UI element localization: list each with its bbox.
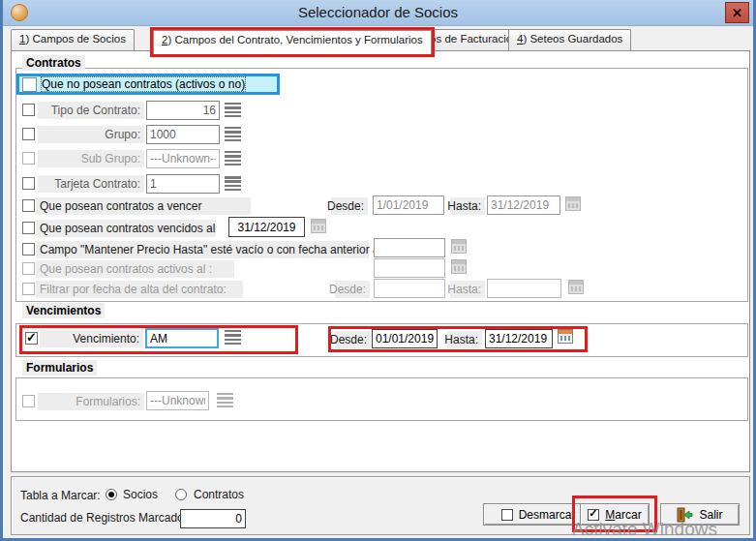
- window-title: Seleccionador de Socios: [3, 4, 753, 20]
- radio-socios[interactable]: [106, 489, 117, 500]
- tab2-label: ) Campos del Contrato, Vencimientos y Fo…: [167, 34, 422, 45]
- input-formularios[interactable]: [146, 391, 209, 410]
- list-picker-icon-sub-grupo[interactable]: [225, 151, 241, 166]
- checkbox-contratos-a-vencer[interactable]: [22, 199, 35, 212]
- input-tipo-contrato[interactable]: [146, 101, 220, 120]
- label-que-no-posean: Que no posean contratos (activos o no): [42, 77, 245, 91]
- label-tarjeta-contrato: Tarjeta Contrato:: [38, 175, 144, 193]
- annotation-box-tab-contrato: 2) Campos del Contrato, Vencimientos y F…: [150, 27, 435, 57]
- label-hasta-vencimiento: Hasta:: [447, 331, 482, 348]
- calendar-icon-a-vencer[interactable]: [565, 196, 581, 211]
- label-filtrar-fecha-alta: Filtrar por fecha de alta del contrato:: [36, 281, 243, 298]
- label-hasta-filtrar: Hasta:: [450, 281, 485, 298]
- input-cantidad-registros[interactable]: [180, 509, 246, 528]
- input-vencimiento[interactable]: [145, 328, 219, 348]
- input-sub-grupo[interactable]: [146, 149, 220, 168]
- calendar-icon-mantener[interactable]: [451, 239, 467, 254]
- unchecked-box-icon: [501, 509, 513, 521]
- input-grupo[interactable]: [146, 125, 220, 144]
- calendar-icon-filtrar[interactable]: [568, 280, 584, 294]
- checkbox-formularios[interactable]: [22, 395, 35, 407]
- calendar-icon-vencidos[interactable]: [311, 219, 326, 233]
- dialog-seleccionador-de-socios: Seleccionador de Socios ✕ 1) Campos de S…: [0, 0, 756, 541]
- input-desde-a-vencer[interactable]: [373, 195, 444, 215]
- label-radio-contratos: Contratos: [194, 488, 244, 501]
- label-desde-filtrar: Desde:: [335, 281, 370, 298]
- tab-seteos-guardados[interactable]: 4) Seteos Guardados: [508, 29, 631, 50]
- list-picker-icon-grupo[interactable]: [225, 127, 241, 142]
- checkbox-tipo-contrato[interactable]: [22, 104, 35, 116]
- section-header-vencimientos: Vencimientos: [22, 303, 105, 318]
- checkbox-que-no-posean[interactable]: [22, 77, 37, 92]
- checkbox-contratos-activos[interactable]: [22, 262, 35, 275]
- tab-campos-del-contrato[interactable]: 2) Campos del Contrato, Vencimientos y F…: [153, 30, 432, 54]
- radio-contratos[interactable]: [175, 489, 187, 500]
- label-hasta-a-vencer: Hasta:: [450, 197, 485, 215]
- close-icon[interactable]: ✕: [725, 2, 749, 23]
- section-header-formularios: Formularios: [22, 360, 97, 376]
- input-contratos-activos[interactable]: [374, 258, 445, 278]
- label-tabla-a-marcar: Tabla a Marcar:: [20, 489, 101, 502]
- label-contratos-a-vencer: Que posean contratos a vencer: [36, 197, 251, 215]
- label-vencimiento: Vencimiento:: [40, 330, 143, 347]
- label-tipo-contrato: Tipo de Contrato:: [38, 102, 144, 119]
- label-formularios: Formularios:: [38, 393, 144, 410]
- tab4-label: ) Seteos Guardados: [523, 33, 622, 45]
- label-desde-a-vencer: Desde:: [331, 197, 368, 215]
- checkbox-filtrar-fecha-alta[interactable]: [22, 283, 35, 295]
- input-vencidos-al[interactable]: [228, 217, 305, 237]
- label-contratos-vencidos: Que posean contratos vencidos al: [36, 220, 216, 237]
- calendar-icon-vencimiento[interactable]: [558, 329, 573, 344]
- input-hasta-filtrar[interactable]: [487, 279, 561, 298]
- label-radio-socios: Socios: [123, 488, 158, 501]
- list-picker-icon-tipo[interactable]: [225, 103, 241, 118]
- label-mantener-precio: Campo "Mantener Precio Hasta" esté vacío…: [36, 241, 369, 258]
- activate-windows-watermark: Activate Windows: [572, 519, 717, 540]
- checkbox-mantener-precio[interactable]: [22, 243, 35, 255]
- label-grupo: Grupo:: [38, 126, 144, 143]
- list-picker-icon-formularios[interactable]: [217, 393, 233, 408]
- input-desde-filtrar[interactable]: [374, 279, 445, 298]
- calendar-icon-activos[interactable]: [451, 259, 467, 274]
- tab1-label: ) Campos de Socios: [25, 33, 126, 45]
- input-mantener-precio[interactable]: [374, 238, 445, 257]
- label-sub-grupo: Sub Grupo:: [38, 150, 144, 167]
- label-cantidad-registros: Cantidad de Registros Marcados: [20, 511, 190, 525]
- list-picker-icon-tarjeta[interactable]: [225, 176, 241, 192]
- checkbox-vencimiento[interactable]: [25, 332, 38, 345]
- desmarcar-button-label: Desmarcar: [519, 508, 576, 522]
- title-bar: Seleccionador de Socios: [3, 0, 753, 26]
- label-contratos-activos: Que posean contratos activos al :: [36, 260, 234, 278]
- tab-campos-de-socios[interactable]: 1) Campos de Socios: [11, 29, 135, 50]
- list-picker-icon-vencimiento[interactable]: [225, 330, 241, 346]
- row-que-no-posean-contratos[interactable]: Que no posean contratos (activos o no): [16, 74, 280, 95]
- input-desde-vencimiento[interactable]: [372, 329, 438, 348]
- input-hasta-vencimiento[interactable]: [485, 329, 553, 348]
- checkbox-tarjeta-contrato[interactable]: [22, 177, 35, 190]
- checkbox-grupo[interactable]: [22, 128, 35, 140]
- input-hasta-a-vencer[interactable]: [487, 195, 560, 215]
- label-desde-vencimiento: Desde:: [335, 331, 371, 348]
- checkbox-contratos-vencidos[interactable]: [22, 222, 35, 234]
- section-header-contratos: Contratos: [22, 55, 85, 71]
- input-tarjeta-contrato[interactable]: [146, 174, 220, 194]
- checkbox-sub-grupo[interactable]: [22, 152, 35, 165]
